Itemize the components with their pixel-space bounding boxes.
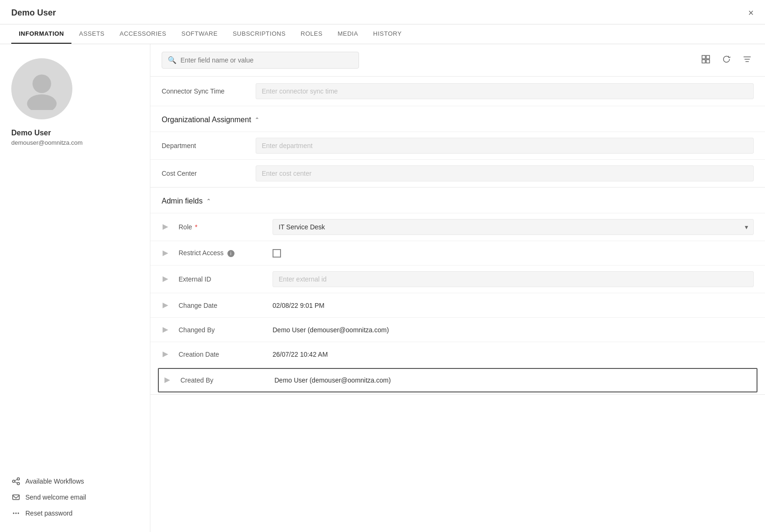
role-label: Role * <box>179 223 273 231</box>
admin-fields-toggle[interactable]: ⌃ <box>206 198 211 204</box>
section-organizational-assignment: Organizational Assignment ⌃ Department C… <box>150 106 765 188</box>
tab-assets[interactable]: ASSETS <box>71 24 112 44</box>
section-header-org: Organizational Assignment ⌃ <box>150 106 765 132</box>
svg-rect-14 <box>706 60 710 63</box>
restrict-access-label: Restrict Access i <box>179 249 273 257</box>
field-row-role: Role * IT Service Desk Administrator Use… <box>150 213 765 241</box>
changed-by-value: Demo User (demouser@oomnitza.com) <box>273 326 754 334</box>
modal-body: Demo User demouser@oomnitza.com Availabl… <box>0 44 765 532</box>
department-label: Department <box>162 142 256 149</box>
sidebar-action-label-workflows: Available Workflows <box>25 477 84 485</box>
layout-icon-button[interactable] <box>699 53 712 68</box>
sidebar-action-welcome_email[interactable]: Send welcome email <box>11 493 139 502</box>
tab-information[interactable]: INFORMATION <box>11 24 71 44</box>
sidebar-action-workflows[interactable]: Available Workflows <box>11 477 139 486</box>
restrict-access-flag-icon <box>162 250 173 257</box>
created-by-value: Demo User (demouser@oomnitza.com) <box>274 376 752 384</box>
created-by-flag-icon <box>164 376 175 384</box>
external-id-label: External ID <box>179 275 273 283</box>
svg-point-8 <box>13 513 15 514</box>
admin-fields-title: Admin fields <box>162 197 203 205</box>
role-value: IT Service Desk Administrator User <box>273 219 754 235</box>
cost-center-input[interactable] <box>256 165 754 181</box>
connector-sync-row: Connector Sync Time <box>150 77 765 106</box>
external-id-value <box>273 271 754 287</box>
change-date-flag-icon <box>162 302 173 309</box>
connector-sync-value <box>256 83 754 99</box>
sidebar: Demo User demouser@oomnitza.com Availabl… <box>0 44 150 532</box>
section-admin-fields: Admin fields ⌃ Role * IT Service Desk Ad… <box>150 188 765 395</box>
workflows-icon <box>11 477 21 486</box>
svg-rect-7 <box>13 495 19 500</box>
department-input[interactable] <box>256 138 754 154</box>
svg-marker-24 <box>164 377 170 383</box>
svg-point-1 <box>27 94 57 110</box>
svg-point-9 <box>16 513 17 514</box>
user-email: demouser@oomnitza.com <box>11 139 139 146</box>
svg-rect-11 <box>702 55 705 59</box>
svg-marker-22 <box>163 327 168 333</box>
restrict-access-info-icon[interactable]: i <box>227 250 234 257</box>
search-actions <box>699 53 754 68</box>
svg-marker-19 <box>163 250 168 256</box>
restrict-access-checkbox[interactable] <box>273 249 281 258</box>
external-id-input[interactable] <box>273 271 754 287</box>
creation-date-flag-icon <box>162 351 173 358</box>
org-assignment-title: Organizational Assignment <box>162 116 251 124</box>
role-flag-icon <box>162 223 173 231</box>
connector-sync-label: Connector Sync Time <box>162 87 256 95</box>
creation-date-label: Creation Date <box>179 351 273 358</box>
field-row-change-date: Change Date 02/08/22 9:01 PM <box>150 293 765 317</box>
close-button[interactable]: × <box>748 8 754 24</box>
avatar <box>11 58 72 119</box>
modal-header: Demo User × <box>0 0 765 24</box>
tab-software[interactable]: SOFTWARE <box>174 24 225 44</box>
connector-sync-input[interactable] <box>256 83 754 99</box>
svg-marker-21 <box>163 303 168 308</box>
creation-date-value: 26/07/22 10:42 AM <box>273 351 754 358</box>
filter-icon-button[interactable] <box>741 53 754 68</box>
field-row-department: Department <box>150 132 765 159</box>
svg-point-3 <box>17 478 20 480</box>
tab-history[interactable]: HISTORY <box>366 24 409 44</box>
field-row-external-id: External ID <box>150 265 765 293</box>
welcome_email-icon <box>11 493 21 502</box>
sidebar-action-reset_password[interactable]: Reset password <box>11 509 139 518</box>
svg-marker-23 <box>163 352 168 357</box>
refresh-icon-button[interactable] <box>720 53 733 68</box>
role-select[interactable]: IT Service Desk Administrator User <box>273 219 754 235</box>
svg-point-10 <box>18 513 19 514</box>
svg-line-5 <box>15 479 17 481</box>
org-assignment-toggle[interactable]: ⌃ <box>255 117 259 123</box>
search-bar: 🔍 <box>150 44 765 77</box>
tabs-bar: INFORMATIONASSETSACCESSORIESSOFTWARESUBS… <box>0 24 765 44</box>
change-date-value: 02/08/22 9:01 PM <box>273 302 754 309</box>
tab-subscriptions[interactable]: SUBSCRIPTIONS <box>225 24 293 44</box>
search-icon: 🔍 <box>168 56 177 64</box>
sidebar-action-label-welcome_email: Send welcome email <box>25 493 86 501</box>
cost-center-label: Cost Center <box>162 170 256 177</box>
modal-title: Demo User <box>11 8 56 23</box>
search-input[interactable] <box>180 56 353 64</box>
svg-marker-18 <box>163 224 168 230</box>
field-row-changed-by: Changed By Demo User (demouser@oomnitza.… <box>150 317 765 342</box>
sidebar-actions: Available Workflows Send welcome email R… <box>11 458 139 518</box>
created-by-label: Created By <box>180 376 274 384</box>
change-date-label: Change Date <box>179 302 273 309</box>
svg-point-0 <box>32 74 51 93</box>
external-id-flag-icon <box>162 275 173 283</box>
tab-accessories[interactable]: ACCESSORIES <box>112 24 174 44</box>
field-row-cost-center: Cost Center <box>150 159 765 187</box>
svg-point-4 <box>17 483 20 485</box>
changed-by-label: Changed By <box>179 326 273 334</box>
restrict-access-value <box>273 249 754 258</box>
tab-media[interactable]: MEDIA <box>330 24 366 44</box>
svg-point-2 <box>13 480 15 483</box>
field-row-restrict-access: Restrict Access i <box>150 241 765 265</box>
tab-roles[interactable]: ROLES <box>293 24 330 44</box>
svg-line-6 <box>15 482 17 483</box>
search-input-wrap: 🔍 <box>162 52 359 69</box>
svg-rect-13 <box>702 60 705 63</box>
modal: Demo User × INFORMATIONASSETSACCESSORIES… <box>0 0 765 532</box>
field-row-created-by: Created By Demo User (demouser@oomnitza.… <box>158 368 757 392</box>
